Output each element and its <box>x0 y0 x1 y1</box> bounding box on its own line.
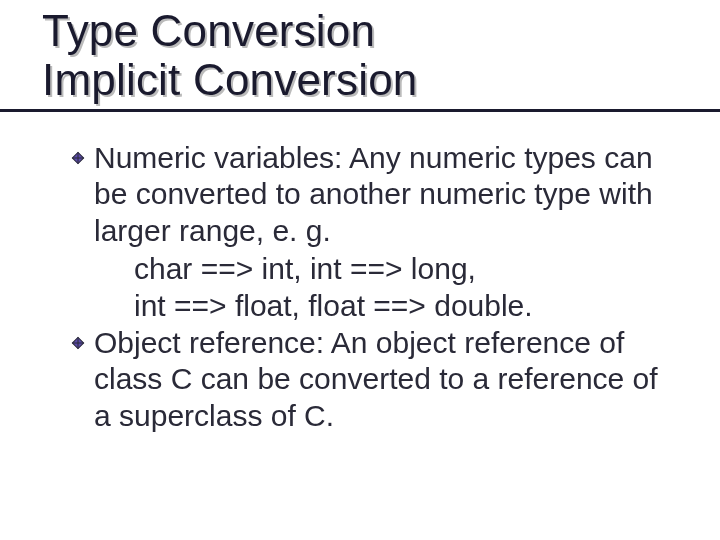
diamond-bullet-icon <box>70 335 86 351</box>
diamond-bullet-icon <box>70 150 86 166</box>
bullet-subline: char ==> int, int ==> long, <box>134 251 668 288</box>
slide: Type Conversion Implicit Conversion Nume… <box>0 0 720 540</box>
title-line-2: Implicit Conversion <box>42 55 720 104</box>
title-line-1: Type Conversion <box>42 6 720 55</box>
body: Numeric variables: Any numeric types can… <box>0 140 720 435</box>
title-block: Type Conversion Implicit Conversion <box>0 0 720 112</box>
bullet-item: Object reference: An object reference of… <box>70 325 668 435</box>
bullet-text: Numeric variables: Any numeric types can… <box>94 140 668 250</box>
bullet-text: Object reference: An object reference of… <box>94 325 668 435</box>
bullet-item: Numeric variables: Any numeric types can… <box>70 140 668 250</box>
bullet-subline: int ==> float, float ==> double. <box>134 288 668 325</box>
